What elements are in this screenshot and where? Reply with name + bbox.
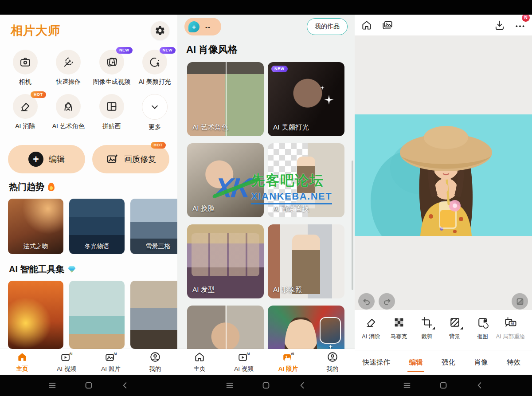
editor-mode-tabs: 快速操作 编辑 强化 肖像 特效	[355, 350, 532, 375]
tool-mosaic[interactable]: 马赛克	[385, 316, 413, 341]
tool-label: AI 消除	[362, 333, 379, 341]
tool-ai-remove[interactable]: AI 消除	[357, 316, 385, 341]
nav-label: 我的	[327, 365, 339, 373]
quality-repair-button[interactable]: 画质修复 HOT	[92, 145, 169, 173]
style-card-face-swap[interactable]: AI 换脸	[187, 143, 264, 217]
home-icon	[194, 351, 205, 363]
tool-cutout[interactable]: 抠图	[469, 316, 497, 341]
tool-background[interactable]: 背景	[441, 316, 469, 341]
tab-quick-actions[interactable]: 快速操作	[362, 354, 391, 371]
toolkit-card-sunset[interactable]	[8, 281, 63, 349]
quick-tool-collage[interactable]: 拼贴画	[90, 94, 133, 132]
quick-tool-face-light[interactable]: NEW AI 美颜打光	[133, 50, 177, 88]
recents-menu-icon[interactable]	[401, 380, 413, 391]
nav-ai-photo[interactable]: AI AI 照片	[266, 349, 310, 375]
trend-card-snow-triptych[interactable]: 雪景三格	[130, 199, 177, 254]
tool-ai-inpaint[interactable]: AI AI 局部重绘	[497, 316, 524, 341]
nav-label: AI 照片	[278, 365, 298, 373]
quick-tool-camera[interactable]: 相机	[4, 50, 47, 88]
trending-cards-row: 法式之吻 冬光物语 雪景三格	[8, 199, 177, 254]
tab-edit[interactable]: 编辑	[408, 354, 424, 371]
recents-menu-icon[interactable]	[47, 380, 58, 391]
mosaic-icon	[392, 316, 406, 329]
recents-menu-icon[interactable]	[224, 380, 235, 391]
compare-original-button[interactable]	[512, 293, 528, 310]
gear-icon	[155, 25, 165, 36]
svg-text:AI: AI	[291, 352, 294, 356]
toolkit-card-beach[interactable]	[69, 281, 125, 349]
svg-text:AI: AI	[69, 352, 73, 356]
style-card-beauty-light[interactable]: NEW AI 美颜打光	[268, 62, 344, 136]
style-thumbnail[interactable]	[320, 317, 341, 344]
bottom-nav: 主页 AI AI 视频 AI AI 照片 我的	[177, 349, 355, 375]
ai-photo-screen-panel: + -- 我的作品 AI 肖像风格 AI 艺术角色 NEW AI 美颜打光	[177, 0, 355, 396]
more-options-button[interactable]: N	[514, 20, 526, 31]
nav-profile[interactable]: 我的	[133, 349, 177, 375]
tool-crop[interactable]: 裁剪	[413, 316, 441, 341]
settings-button[interactable]	[151, 21, 169, 40]
tool-label: AI 局部重绘	[496, 333, 525, 341]
trend-card-french-kiss[interactable]: 法式之吻	[8, 199, 63, 254]
compare-icon	[515, 297, 525, 306]
gallery-button[interactable]	[381, 20, 394, 31]
card-label: 雪景三格	[130, 243, 177, 251]
scrollbar[interactable]	[352, 161, 353, 290]
tab-effects[interactable]: 特效	[506, 354, 521, 371]
quick-tool-ai-remove[interactable]: HOT AI 消除	[4, 94, 47, 132]
tool-partial-next[interactable]	[524, 316, 532, 329]
quick-tool-art-character[interactable]: AI 艺术角色	[47, 94, 90, 132]
fire-icon	[48, 183, 55, 191]
quick-tool-more[interactable]: 更多	[133, 94, 177, 132]
section-title-text: 热门趋势	[9, 181, 44, 193]
chevron-down-icon	[149, 101, 161, 113]
status-bar	[355, 0, 532, 15]
section-title-text: AI 智能工具集	[9, 263, 65, 275]
nav-ai-video[interactable]: AI AI 视频	[222, 349, 266, 375]
style-card-hairstyle[interactable]: AI 发型	[187, 224, 264, 298]
undo-icon	[362, 297, 372, 306]
quick-tool-label: 图像生成视频	[93, 78, 130, 86]
nav-home[interactable]: 主页	[0, 349, 44, 375]
back-icon[interactable]	[297, 380, 308, 391]
quick-tool-image-to-video[interactable]: NEW 图像生成视频	[90, 50, 133, 88]
android-home-icon[interactable]	[260, 380, 272, 391]
nav-home[interactable]: 主页	[177, 349, 222, 375]
image-to-video-icon	[106, 56, 118, 68]
nav-ai-photo[interactable]: AI AI 照片	[89, 349, 133, 375]
credits-pill[interactable]: + --	[184, 18, 221, 35]
home-button[interactable]	[361, 20, 372, 31]
nav-label: AI 视频	[234, 365, 254, 373]
profile-icon	[327, 351, 338, 363]
tab-portrait[interactable]: 肖像	[473, 354, 489, 371]
android-home-icon[interactable]	[83, 380, 94, 391]
quick-tool-label: AI 消除	[15, 122, 35, 130]
download-button[interactable]	[494, 20, 505, 31]
style-card-art-character[interactable]: AI 艺术角色	[187, 62, 264, 136]
redo-icon	[382, 297, 392, 306]
ai-photo-icon: AI	[105, 351, 117, 363]
redo-button[interactable]	[379, 293, 395, 310]
editor-tool-strip: AI 消除 马赛克 裁剪 背景	[355, 310, 532, 350]
quick-tool-quick-actions[interactable]: 快速操作	[47, 50, 90, 88]
tab-enhance[interactable]: 强化	[441, 354, 456, 371]
back-icon[interactable]	[474, 380, 485, 391]
nav-label: 主页	[16, 365, 28, 373]
back-icon[interactable]	[119, 380, 131, 391]
style-card-headshot[interactable]: AI 形象照	[268, 224, 344, 298]
edit-button[interactable]: + 编辑	[8, 145, 85, 173]
nav-profile[interactable]: 我的	[310, 349, 355, 375]
toolkit-card-photographer[interactable]	[130, 281, 177, 349]
trend-card-winter-story[interactable]: 冬光物语	[69, 199, 125, 254]
android-home-icon[interactable]	[438, 380, 449, 391]
ai-video-icon: AI	[60, 351, 73, 363]
editing-photo-canvas[interactable]	[355, 114, 532, 236]
card-label: AI 艺术角色	[192, 123, 228, 132]
dropdown-corner	[432, 327, 435, 329]
style-card-background-swap[interactable]: AI 背景置换	[268, 143, 344, 217]
portrait-styles-heading: AI 肖像风格	[186, 43, 238, 56]
undo-button[interactable]	[358, 293, 375, 310]
nav-ai-video[interactable]: AI AI 视频	[44, 349, 89, 375]
my-works-button[interactable]: 我的作品	[307, 18, 348, 35]
ai-toolkit-cards-row	[8, 281, 177, 349]
sparkle-icon	[323, 94, 335, 106]
